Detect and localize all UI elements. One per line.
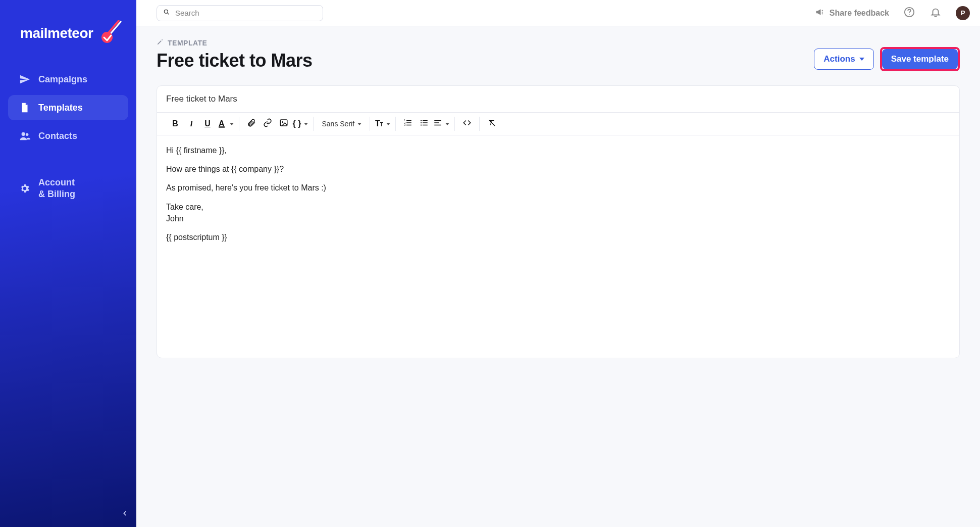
breadcrumb-label: TEMPLATE — [168, 39, 207, 47]
body-signature: Take care, John — [166, 201, 950, 224]
italic-button[interactable]: I — [184, 117, 198, 131]
sidebar-item-label: Contacts — [38, 131, 77, 141]
search-input[interactable] — [175, 9, 317, 17]
image-icon — [279, 118, 288, 129]
attachment-button[interactable] — [244, 117, 259, 131]
font-size-button[interactable]: TT — [375, 117, 390, 131]
svg-point-12 — [421, 122, 422, 123]
sidebar-collapse-button[interactable] — [121, 510, 128, 519]
font-family-label: Sans Serif — [322, 120, 354, 128]
clear-format-button[interactable] — [485, 117, 499, 131]
sidebar-item-label: Account & Billing — [38, 177, 75, 200]
sidebar-item-campaigns[interactable]: Campaigns — [8, 67, 128, 92]
chevron-down-icon — [859, 58, 864, 61]
clear-format-icon — [487, 118, 496, 129]
image-button[interactable] — [277, 117, 291, 131]
align-button[interactable] — [433, 117, 449, 131]
megaphone-icon — [815, 8, 824, 19]
gear-icon — [19, 183, 30, 194]
code-icon — [462, 118, 472, 129]
editor-card: B I U A — [157, 85, 960, 358]
subject-input[interactable] — [166, 94, 950, 104]
avatar[interactable]: P — [956, 6, 970, 20]
notifications-button[interactable] — [930, 7, 942, 19]
sidebar-item-templates[interactable]: Templates — [8, 95, 128, 120]
sidebar-item-account-billing[interactable]: Account & Billing — [8, 170, 128, 207]
share-feedback-button[interactable]: Share feedback — [815, 8, 889, 19]
bell-icon — [930, 7, 941, 20]
paperclip-icon — [247, 118, 256, 129]
svg-point-7 — [282, 121, 283, 123]
font-color-button[interactable]: A — [217, 117, 234, 131]
save-label: Save template — [891, 54, 949, 64]
sidebar-nav: Campaigns Templates Contacts Account & B… — [0, 67, 136, 207]
save-template-button[interactable]: Save template — [882, 49, 958, 69]
brand-name: mailmeteor — [20, 25, 93, 41]
actions-label: Actions — [823, 54, 855, 64]
people-icon — [19, 130, 30, 141]
share-feedback-label: Share feedback — [830, 9, 889, 18]
unordered-list-button[interactable] — [417, 117, 431, 131]
link-button[interactable] — [261, 117, 275, 131]
sidebar-item-contacts[interactable]: Contacts — [8, 123, 128, 149]
pencil-icon — [157, 38, 164, 47]
search-icon — [163, 9, 170, 18]
code-button[interactable] — [460, 117, 474, 131]
body-line: Hi {{ firstname }}, — [166, 145, 950, 156]
link-icon — [263, 118, 272, 129]
svg-point-3 — [164, 10, 168, 13]
body-line: As promised, here's you free ticket to M… — [166, 182, 950, 194]
help-circle-icon — [904, 7, 915, 20]
font-size-icon: TT — [375, 119, 383, 128]
meteor-icon — [98, 20, 122, 46]
unordered-list-icon — [420, 118, 429, 129]
ordered-list-button[interactable]: 123 — [401, 117, 415, 131]
variable-button[interactable]: { } — [293, 117, 308, 131]
save-button-highlight: Save template — [880, 47, 960, 71]
underline-button[interactable]: U — [200, 117, 215, 131]
page-header-actions: Actions Save template — [814, 47, 960, 71]
bold-button[interactable]: B — [168, 117, 182, 131]
align-icon — [433, 118, 442, 129]
svg-rect-6 — [280, 120, 287, 126]
page-title: Free ticket to Mars — [157, 50, 313, 71]
braces-icon: { } — [293, 119, 301, 128]
subject-row — [157, 86, 959, 113]
editor-body[interactable]: Hi {{ firstname }}, How are things at {{… — [157, 135, 959, 358]
help-button[interactable] — [903, 7, 915, 19]
breadcrumb[interactable]: TEMPLATE — [157, 38, 313, 47]
sidebar: mailmeteor Campaigns Templates — [0, 0, 136, 527]
sidebar-item-label: Campaigns — [38, 74, 87, 85]
font-family-select[interactable]: Sans Serif — [319, 117, 365, 131]
search-input-wrapper[interactable] — [157, 5, 323, 21]
body-line: How are things at {{ company }}? — [166, 163, 950, 175]
page-header-left: TEMPLATE Free ticket to Mars — [157, 38, 313, 71]
svg-point-13 — [421, 124, 422, 125]
brand-logo[interactable]: mailmeteor — [0, 0, 136, 67]
svg-point-5 — [909, 14, 909, 14]
body-line: {{ postscriptum }} — [166, 231, 950, 243]
svg-point-1 — [22, 132, 25, 136]
page-header: TEMPLATE Free ticket to Mars Actions Sav… — [136, 26, 980, 79]
svg-point-2 — [26, 133, 29, 136]
file-icon — [19, 102, 30, 113]
actions-dropdown[interactable]: Actions — [814, 49, 873, 70]
svg-point-11 — [421, 120, 422, 121]
avatar-initial: P — [961, 9, 965, 17]
topbar: Share feedback P — [136, 0, 980, 26]
ordered-list-icon: 123 — [403, 118, 412, 129]
svg-point-0 — [101, 32, 113, 43]
editor-toolbar: B I U A — [157, 113, 959, 135]
svg-text:3: 3 — [404, 124, 405, 126]
send-icon — [19, 74, 30, 85]
sidebar-item-label: Templates — [38, 103, 83, 113]
main: Share feedback P TEMPLATE Free ticket to… — [136, 0, 980, 527]
